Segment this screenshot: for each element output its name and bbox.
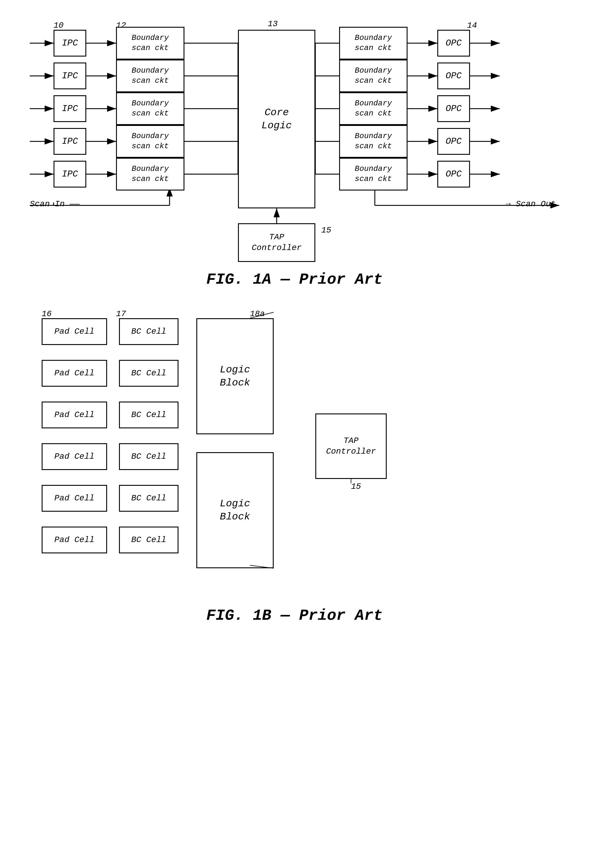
opc-box-3: OPC xyxy=(437,95,470,122)
pad-cell-2: Pad Cell xyxy=(42,360,107,387)
ref-10: 10 xyxy=(53,21,64,30)
scan-in-label: Scan In —— xyxy=(30,199,80,209)
bsc-right-4: Boundaryscan ckt xyxy=(339,125,408,158)
ref-15-b: 15 xyxy=(351,482,361,491)
pad-cell-1: Pad Cell xyxy=(42,318,107,345)
fig1a-section: 10 12 13 14 15 IPC IPC IPC IPC IPC Bound… xyxy=(24,18,565,288)
bc-cell-5: BC Cell xyxy=(119,485,178,512)
bsc-left-1: Boundaryscan ckt xyxy=(116,27,184,59)
ipc-box-1: IPC xyxy=(53,30,86,56)
ipc-box-3: IPC xyxy=(53,95,86,122)
ipc-box-5: IPC xyxy=(53,161,86,187)
ref-18a: 18a xyxy=(250,309,265,319)
pad-cell-3: Pad Cell xyxy=(42,402,107,428)
fig1b-caption: FIG. 1B — Prior Art xyxy=(24,607,565,624)
ref-13: 13 xyxy=(268,19,278,29)
tap-controller-1b: TAPController xyxy=(315,413,387,479)
bc-cell-3: BC Cell xyxy=(119,402,178,428)
diagram-1a: 10 12 13 14 15 IPC IPC IPC IPC IPC Bound… xyxy=(24,18,565,262)
bsc-left-3: Boundaryscan ckt xyxy=(116,92,184,125)
fig1a-caption: FIG. 1A — Prior Art xyxy=(24,271,565,288)
ref-16: 16 xyxy=(42,309,52,319)
ref-15-a: 15 xyxy=(321,226,331,235)
bc-cell-1: BC Cell xyxy=(119,318,178,345)
bc-cell-2: BC Cell xyxy=(119,360,178,387)
ref-14: 14 xyxy=(467,21,477,30)
page: 10 12 13 14 15 IPC IPC IPC IPC IPC Bound… xyxy=(0,0,589,868)
pad-cell-4: Pad Cell xyxy=(42,443,107,470)
logic-block-18a: LogicBlock xyxy=(196,318,274,434)
logic-block-18b: LogicBlock xyxy=(196,452,274,568)
bsc-right-2: Boundaryscan ckt xyxy=(339,59,408,92)
opc-box-5: OPC xyxy=(437,161,470,187)
pad-cell-6: Pad Cell xyxy=(42,527,107,554)
bsc-left-2: Boundaryscan ckt xyxy=(116,59,184,92)
ipc-box-2: IPC xyxy=(53,62,86,89)
core-logic-box: CoreLogic xyxy=(238,30,315,208)
scan-out-label: → Scan Out xyxy=(506,199,556,209)
diagram-1b: 16 17 18a 18b 15 Pad Cell Pad Cell Pad C… xyxy=(24,306,565,598)
opc-box-2: OPC xyxy=(437,62,470,89)
opc-box-1: OPC xyxy=(437,30,470,56)
bsc-right-3: Boundaryscan ckt xyxy=(339,92,408,125)
bsc-left-4: Boundaryscan ckt xyxy=(116,125,184,158)
bsc-left-5: Boundaryscan ckt xyxy=(116,158,184,190)
tap-controller-1a: TAPController xyxy=(238,223,315,262)
ref-17: 17 xyxy=(116,309,126,319)
opc-box-4: OPC xyxy=(437,128,470,155)
bc-cell-6: BC Cell xyxy=(119,527,178,554)
ipc-box-4: IPC xyxy=(53,128,86,155)
fig1b-section: 16 17 18a 18b 15 Pad Cell Pad Cell Pad C… xyxy=(24,306,565,624)
bsc-right-1: Boundaryscan ckt xyxy=(339,27,408,59)
bsc-right-5: Boundaryscan ckt xyxy=(339,158,408,190)
pad-cell-5: Pad Cell xyxy=(42,485,107,512)
bc-cell-4: BC Cell xyxy=(119,443,178,470)
